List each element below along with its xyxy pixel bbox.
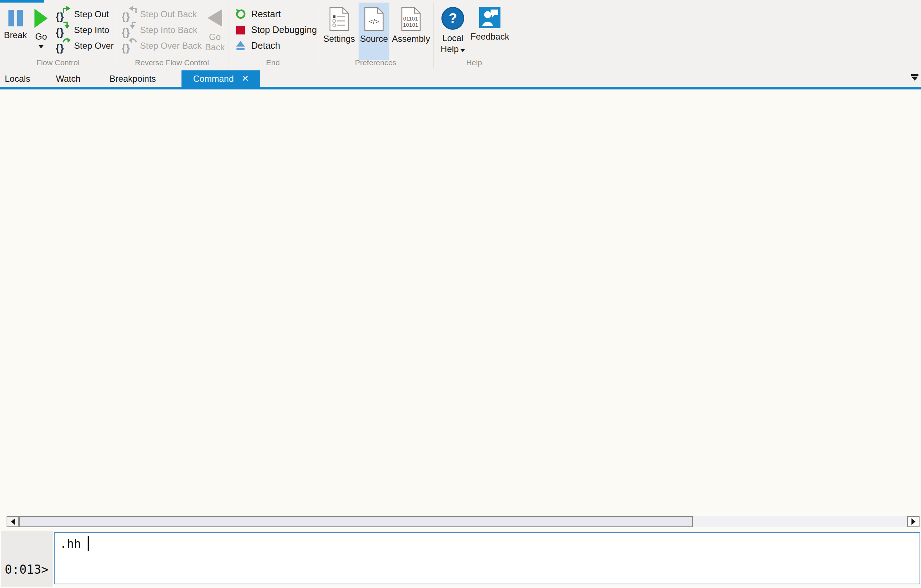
step-out-button[interactable]: {} Step Out — [56, 6, 114, 22]
go-back-label-line1: Go — [205, 32, 225, 42]
group-label-preferences: Preferences — [318, 58, 433, 67]
text-cursor — [88, 536, 89, 551]
detach-icon — [235, 41, 246, 50]
step-into-button[interactable]: {} Step Into — [56, 22, 114, 38]
pause-icon — [8, 10, 23, 26]
go-label: Go — [35, 31, 47, 42]
group-flow-control: Break Go {} Step Out — [0, 3, 116, 68]
source-glyph: </> — [369, 18, 379, 25]
source-button-selected[interactable]: </> Source — [359, 3, 389, 60]
settings-button[interactable]: Settings — [320, 3, 359, 60]
play-icon — [34, 9, 48, 28]
step-over-back-label: Step Over Back — [140, 41, 202, 51]
command-input[interactable]: .hh — [54, 532, 920, 584]
panel-tab-strip: Locals Watch Breakpoints Command × — [0, 70, 921, 87]
tab-command-active[interactable]: Command × — [182, 70, 260, 87]
local-help-button[interactable]: ? Local Help — [436, 3, 469, 55]
restart-label: Restart — [251, 9, 281, 19]
break-button[interactable]: Break — [2, 3, 29, 40]
left-arrow-icon — [11, 518, 15, 525]
feedback-button[interactable]: Feedback — [467, 3, 513, 42]
command-output-pane[interactable] — [0, 89, 921, 516]
step-over-label: Step Over — [74, 41, 114, 51]
step-buttons: {} Step Out {} — [56, 6, 114, 54]
command-input-text: .hh — [60, 537, 81, 551]
assembly-label: Assembly — [392, 34, 430, 44]
scroll-left-button[interactable] — [7, 516, 19, 527]
source-label: Source — [360, 34, 388, 44]
chevron-down-icon — [39, 45, 44, 49]
tab-locals[interactable]: Locals — [0, 70, 40, 87]
break-label: Break — [4, 30, 27, 40]
feedback-icon — [479, 7, 500, 28]
step-out-back-button: {} Step Out Back — [122, 6, 202, 22]
question-mark-icon: ? — [441, 7, 464, 30]
detach-label: Detach — [251, 40, 280, 51]
assembly-glyph-line2: 10101 — [403, 22, 418, 28]
group-help: ? Local Help Feedback He — [433, 3, 515, 68]
horizontal-scrollbar[interactable] — [7, 516, 919, 527]
group-label-reverse-flow-control: Reverse Flow Control — [116, 58, 228, 67]
step-back-buttons: {} Step Out Back {} — [122, 6, 202, 54]
step-over-back-icon: {} — [122, 39, 137, 52]
group-label-end: End — [228, 58, 318, 67]
end-buttons: Restart Stop Debugging Detach — [235, 6, 317, 54]
ribbon: Break Go {} Step Out — [0, 0, 921, 70]
step-into-label: Step Into — [74, 25, 109, 35]
prompt-gutter: 0:013> — [1, 531, 53, 587]
step-into-back-label: Step Into Back — [140, 25, 197, 35]
stop-debugging-button[interactable]: Stop Debugging — [235, 22, 317, 38]
right-arrow-icon — [911, 518, 916, 525]
step-into-back-button: {} Step Into Back — [122, 22, 202, 38]
settings-icon — [329, 7, 349, 31]
tab-overflow-menu-icon[interactable] — [911, 74, 919, 81]
step-into-icon: {} — [56, 23, 70, 37]
go-button[interactable]: Go — [31, 3, 51, 49]
assembly-icon: 01101 10101 — [401, 7, 421, 31]
group-label-flow-control: Flow Control — [0, 58, 116, 67]
group-label-help: Help — [433, 58, 515, 67]
close-icon[interactable]: × — [242, 72, 249, 84]
debugger-prompt: 0:013> — [5, 562, 49, 577]
source-icon: </> — [364, 7, 384, 31]
tab-watch[interactable]: Watch — [41, 70, 95, 87]
step-out-label: Step Out — [74, 9, 109, 19]
step-over-back-button: {} Step Over Back — [122, 38, 202, 54]
group-end: Restart Stop Debugging Detach End — [228, 3, 318, 68]
go-back-button: Go Back — [201, 3, 229, 52]
group-preferences: Settings </> Source 01101 10101 Assembly — [318, 3, 434, 68]
active-ribbon-tab-edge — [0, 0, 44, 3]
restart-icon — [235, 9, 246, 19]
command-input-bar: 0:013> .hh — [0, 530, 921, 588]
settings-label: Settings — [323, 34, 355, 44]
back-arrow-icon — [208, 9, 222, 27]
step-out-icon: {} — [56, 8, 70, 21]
scrollbar-thumb[interactable] — [19, 516, 693, 527]
chevron-down-icon — [460, 49, 465, 52]
local-help-label-line1: Local — [441, 32, 465, 44]
detach-button[interactable]: Detach — [235, 38, 317, 54]
feedback-label: Feedback — [470, 31, 509, 42]
assembly-glyph-line1: 01101 — [403, 16, 418, 22]
active-tab-underline — [0, 87, 921, 89]
group-reverse-flow-control: {} Step Out Back {} — [116, 3, 228, 68]
step-into-back-icon: {} — [122, 23, 137, 37]
stop-icon — [235, 26, 246, 34]
tab-breakpoints[interactable]: Breakpoints — [92, 70, 174, 87]
windbg-window: Break Go {} Step Out — [0, 0, 921, 588]
step-over-button[interactable]: {} Step Over — [56, 38, 114, 54]
restart-button[interactable]: Restart — [235, 6, 317, 22]
step-out-back-icon: {} — [122, 8, 137, 21]
stop-debugging-label: Stop Debugging — [251, 24, 317, 35]
local-help-label-line2: Help — [441, 44, 465, 55]
step-over-icon: {} — [56, 39, 70, 52]
scroll-right-button[interactable] — [907, 516, 919, 527]
go-back-label-line2: Back — [205, 42, 225, 52]
assembly-button[interactable]: 01101 10101 Assembly — [389, 3, 433, 60]
step-out-back-label: Step Out Back — [140, 9, 197, 19]
